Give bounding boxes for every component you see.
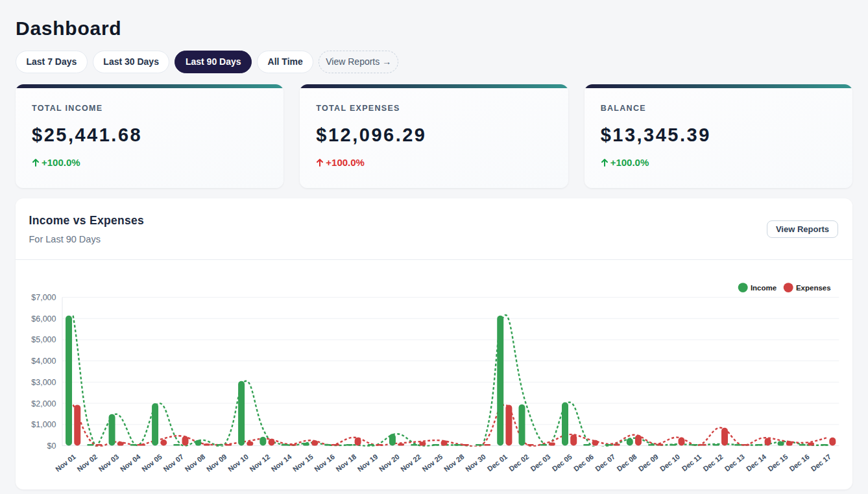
svg-text:$4,000: $4,000 [31,357,56,366]
svg-text:Dec 06: Dec 06 [572,453,595,473]
svg-text:$1,000: $1,000 [31,420,56,429]
svg-text:$7,000: $7,000 [31,293,56,302]
svg-text:Nov 09: Nov 09 [205,453,228,473]
svg-text:Nov 28: Nov 28 [442,453,466,473]
svg-text:Nov 03: Nov 03 [97,453,121,473]
svg-text:Nov 12: Nov 12 [248,453,271,473]
svg-text:Nov 04: Nov 04 [119,452,143,473]
svg-text:Nov 30: Nov 30 [464,453,487,473]
svg-text:$5,000: $5,000 [31,335,56,344]
svg-text:Nov 08: Nov 08 [184,453,207,473]
svg-text:Dec 05: Dec 05 [550,453,573,473]
svg-text:Dec 13: Dec 13 [723,453,746,473]
svg-text:Dec 07: Dec 07 [594,453,616,473]
svg-text:$2,000: $2,000 [31,399,56,408]
svg-text:Dec 03: Dec 03 [529,453,551,473]
svg-text:Nov 01: Nov 01 [54,453,77,473]
svg-text:Dec 08: Dec 08 [615,453,638,473]
svg-text:Expenses: Expenses [796,283,831,291]
svg-text:Nov 22: Nov 22 [399,453,422,473]
svg-text:Dec 17: Dec 17 [810,453,832,473]
svg-text:Dec 12: Dec 12 [701,453,724,473]
svg-text:$3,000: $3,000 [31,377,56,386]
svg-text:Dec 15: Dec 15 [766,453,789,473]
svg-text:Dec 02: Dec 02 [507,453,530,473]
svg-text:Nov 16: Nov 16 [313,453,336,473]
svg-text:Dec 01: Dec 01 [486,453,509,473]
svg-text:Nov 18: Nov 18 [334,453,357,473]
svg-text:Nov 10: Nov 10 [226,453,250,473]
svg-text:Nov 20: Nov 20 [378,453,401,473]
svg-text:$6,000: $6,000 [31,314,56,323]
svg-text:Dec 11: Dec 11 [681,453,703,473]
svg-text:Nov 05: Nov 05 [140,453,163,473]
svg-text:Nov 19: Nov 19 [356,453,380,473]
svg-text:Nov 25: Nov 25 [420,453,444,473]
svg-text:Income: Income [751,283,777,291]
svg-text:Nov 14: Nov 14 [270,452,294,473]
svg-text:Dec 10: Dec 10 [658,453,681,473]
svg-text:Nov 07: Nov 07 [162,453,185,473]
svg-text:$0: $0 [47,441,56,450]
svg-text:Dec 09: Dec 09 [637,453,660,473]
svg-text:Dec 16: Dec 16 [788,453,810,473]
svg-text:Dec 14: Dec 14 [745,452,768,473]
svg-text:Nov 02: Nov 02 [75,453,99,473]
svg-text:Nov 15: Nov 15 [291,453,315,473]
